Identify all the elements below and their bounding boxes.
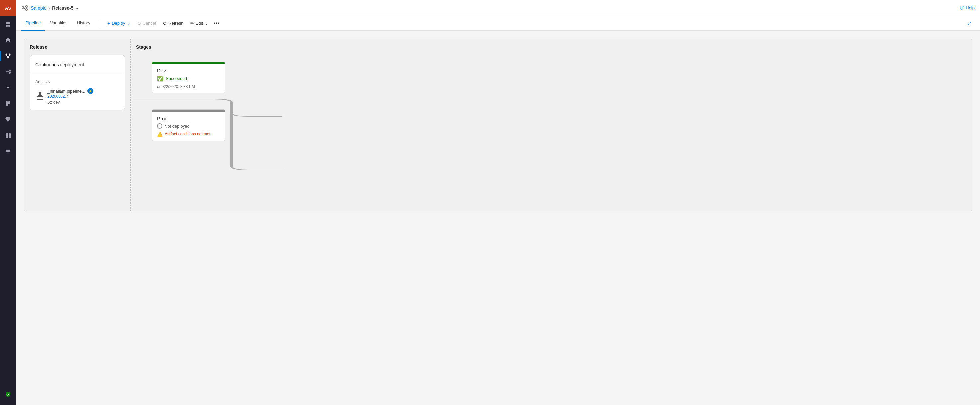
- svg-line-8: [8, 55, 10, 57]
- sidebar-item-repos[interactable]: [0, 64, 16, 80]
- pipeline-icon: [21, 5, 28, 11]
- artifact-lightning-icon: ⚡: [88, 88, 94, 94]
- stage-card-dev[interactable]: Dev ✅ Succeeded on 3/2/2020, 3:38 PM: [152, 62, 225, 93]
- stage-prod-name: Prod: [157, 116, 220, 121]
- edit-button[interactable]: ✏ Edit ⌄: [187, 18, 212, 28]
- stage-prod-body: Prod Not deployed ⚠️ Artifact conditions…: [152, 112, 225, 141]
- expand-icon: ⤢: [967, 20, 971, 26]
- svg-rect-17: [6, 151, 10, 152]
- sidebar-item-settings[interactable]: [0, 144, 16, 159]
- stage-prod-status-label: Not deployed: [164, 124, 190, 129]
- svg-point-5: [9, 54, 11, 55]
- stages-container: Dev ✅ Succeeded on 3/2/2020, 3:38 PM: [152, 62, 966, 141]
- user-avatar: AS: [0, 0, 16, 16]
- edit-chevron-icon: ⌄: [205, 21, 208, 26]
- svg-rect-20: [25, 6, 27, 7]
- tab-variables[interactable]: Variables: [46, 16, 72, 30]
- sidebar-item-library[interactable]: [0, 128, 16, 144]
- svg-rect-0: [6, 22, 8, 24]
- stage-dev-status-label: Succeeded: [165, 76, 187, 81]
- expand-button[interactable]: ⤢: [964, 18, 975, 28]
- release-card: Continuous deployment Artifacts: [30, 55, 125, 110]
- edit-icon: ✏: [190, 21, 194, 26]
- stage-dev-body: Dev ✅ Succeeded on 3/2/2020, 3:38 PM: [152, 64, 225, 93]
- svg-rect-3: [8, 25, 10, 27]
- nav-divider: [100, 19, 100, 27]
- stage-dev-status: ✅ Succeeded: [157, 75, 220, 82]
- release-card-header: Continuous deployment: [30, 55, 125, 74]
- breadcrumb-separator: ›: [48, 5, 50, 11]
- sidebar-item-security[interactable]: [0, 386, 16, 402]
- help-link[interactable]: ⓘ Help: [960, 5, 975, 11]
- tab-history[interactable]: History: [73, 16, 94, 30]
- release-card-body: Artifacts: [30, 74, 125, 110]
- sidebar-item-artifacts[interactable]: [0, 80, 16, 96]
- svg-line-7: [6, 55, 8, 57]
- help-icon: ⓘ: [960, 5, 964, 11]
- svg-rect-14: [7, 133, 8, 138]
- svg-rect-2: [6, 25, 8, 27]
- release-name: Release-5 ⌄: [52, 5, 78, 11]
- deploy-chevron-icon: ⌄: [127, 21, 130, 26]
- stage-dev-name: Dev: [157, 68, 220, 73]
- refresh-button[interactable]: ↻ Refresh: [159, 18, 187, 28]
- svg-rect-18: [6, 153, 10, 153]
- artifact-item: _ninallam.pipeline... ⚡ 20200302.7 ⎇ dev: [35, 88, 119, 105]
- project-name[interactable]: Sample: [30, 5, 46, 11]
- branch-icon: ⎇: [47, 100, 52, 105]
- release-chevron[interactable]: ⌄: [75, 6, 78, 10]
- refresh-icon: ↻: [162, 21, 167, 26]
- artifact-info: _ninallam.pipeline... ⚡ 20200302.7 ⎇ dev: [47, 88, 119, 105]
- artifact-branch: ⎇ dev: [47, 100, 119, 105]
- stages-section-label: Stages: [136, 44, 966, 49]
- svg-rect-11: [6, 101, 8, 106]
- sidebar-item-overview[interactable]: [0, 32, 16, 48]
- svg-rect-13: [6, 133, 6, 138]
- stage-card-prod[interactable]: Prod Not deployed ⚠️ Artifact conditions…: [152, 109, 225, 141]
- svg-line-23: [24, 7, 25, 9]
- main-area: Sample › Release-5 ⌄ ⓘ Help Pipeline Var…: [16, 0, 980, 405]
- warning-triangle-icon: ⚠️: [157, 131, 162, 137]
- cancel-button[interactable]: ⊘ Cancel: [134, 18, 159, 28]
- content-area: Release Continuous deployment Artifacts: [16, 30, 980, 405]
- topbar: Sample › Release-5 ⌄ ⓘ Help: [16, 0, 980, 16]
- release-section-label: Release: [30, 44, 125, 49]
- svg-rect-26: [37, 99, 43, 100]
- stage-prod-status: Not deployed: [157, 123, 220, 129]
- stages-section: Stages Dev ✅: [130, 39, 972, 211]
- nav-tabs: Pipeline Variables History + Deploy ⌄ ⊘ …: [16, 16, 980, 30]
- deploy-button[interactable]: + Deploy ⌄: [104, 18, 134, 28]
- sidebar-item-boards[interactable]: [0, 96, 16, 112]
- svg-point-6: [7, 57, 9, 59]
- tab-pipeline[interactable]: Pipeline: [21, 16, 45, 30]
- svg-rect-25: [37, 98, 43, 99]
- not-deployed-circle-icon: [157, 123, 162, 129]
- sidebar-item-testplans[interactable]: [0, 112, 16, 128]
- sidebar-item-menu[interactable]: [0, 16, 16, 32]
- svg-rect-1: [8, 22, 10, 24]
- pipeline-canvas: Release Continuous deployment Artifacts: [24, 38, 972, 212]
- svg-rect-12: [8, 101, 10, 104]
- breadcrumb: Sample › Release-5 ⌄: [30, 5, 78, 11]
- svg-rect-21: [25, 9, 27, 10]
- svg-line-22: [24, 6, 25, 7]
- stage-prod-warning: ⚠️ Artifact conditions not met: [157, 131, 220, 137]
- svg-rect-16: [6, 150, 10, 151]
- artifacts-label: Artifacts: [35, 80, 119, 84]
- more-button[interactable]: •••: [212, 19, 221, 28]
- artifact-name: _ninallam.pipeline... ⚡: [47, 88, 119, 94]
- release-section: Release Continuous deployment Artifacts: [24, 39, 130, 211]
- svg-point-4: [6, 54, 7, 55]
- sidebar-item-pipelines[interactable]: [0, 48, 16, 64]
- svg-rect-15: [9, 133, 11, 138]
- cancel-icon: ⊘: [137, 21, 141, 26]
- success-check-icon: ✅: [157, 75, 164, 82]
- artifact-download-icon: [35, 91, 45, 102]
- stage-dev-timestamp: on 3/2/2020, 3:38 PM: [157, 85, 220, 89]
- artifact-version[interactable]: 20200302.7: [47, 94, 119, 99]
- sidebar: AS: [0, 0, 16, 405]
- more-icon: •••: [214, 20, 220, 26]
- svg-rect-19: [22, 6, 24, 8]
- deploy-plus-icon: +: [107, 21, 110, 26]
